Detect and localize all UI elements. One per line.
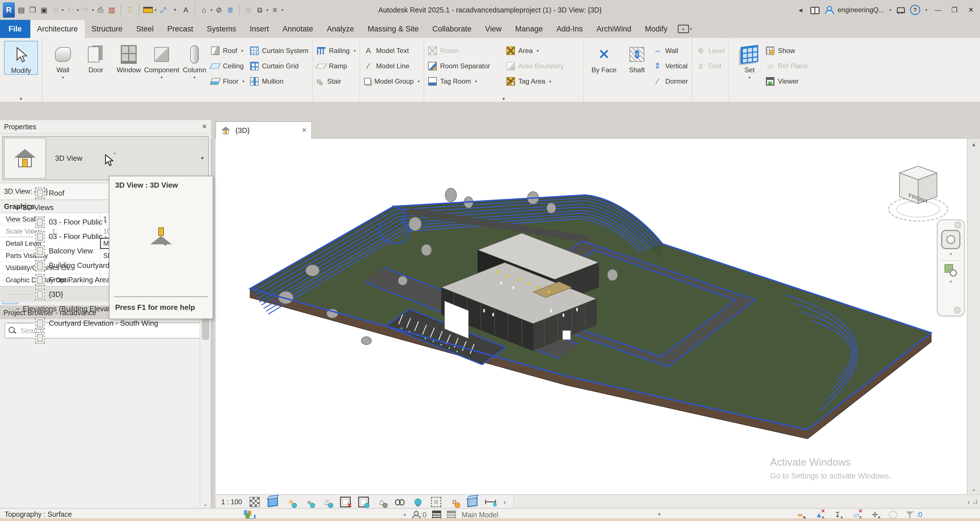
shadows-icon[interactable]: ● [304,497,315,507]
tab-collaborate[interactable]: Collaborate [426,20,478,38]
collapse-icon[interactable]: − [16,204,23,212]
switch-windows-icon[interactable]: ⧉ [255,3,264,17]
rendering-dialog-icon[interactable]: ♨ [322,497,332,507]
back-icon[interactable]: ◂ [796,3,805,17]
tag-area-button[interactable]: Tag Area▾ [506,74,579,89]
model-line-button[interactable]: ∕Model Line [364,59,420,73]
drag-on-selection-toggle[interactable]: ✛↖ [870,510,880,519]
undo-caret-icon[interactable]: ▾ [77,8,79,12]
tab-structure[interactable]: Structure [85,20,130,38]
navbar-collapse-icon[interactable]: − [954,307,961,314]
scroll-right-icon[interactable]: › [967,498,970,507]
dormer-button[interactable]: ∕Dormer [653,74,688,89]
tree-item-partial[interactable] [0,330,200,345]
wheel-caret-icon[interactable]: ▾ [950,251,952,257]
design-options-icon[interactable] [447,510,456,519]
customize-caret-icon[interactable]: ▾ [281,8,283,12]
pin-dimension-icon[interactable]: ⌶ [125,3,135,17]
account-name[interactable]: engineeringQ... [838,6,884,14]
revit-logo[interactable]: R [3,2,15,17]
open-icon[interactable]: ❒ [28,3,37,17]
tab-archiwind[interactable]: ArchiWind [590,20,638,38]
room-area-panel-caret-icon[interactable]: ▾ [503,96,505,102]
floor-button[interactable]: Floor▾ [211,74,245,89]
undo-icon[interactable]: ↶ [65,3,75,17]
filter-icon[interactable] [906,511,914,519]
quick-properties-icon[interactable]: ▤ [16,3,26,17]
minimize-button[interactable]: — [932,6,944,14]
reveal-hidden-elements-icon[interactable] [413,497,423,507]
restore-button[interactable]: ❐ [949,6,960,14]
filter-count[interactable]: :0 [916,511,922,519]
measure-icon[interactable]: ⤢ [158,3,168,17]
shaft-button[interactable]: Shaft [620,41,653,74]
account-caret-icon[interactable]: ▾ [889,8,891,12]
component-button[interactable]: Component ▾ [145,41,178,81]
select-links-toggle[interactable]: ∞↖ [795,510,805,519]
displaced-elements-icon[interactable] [467,497,478,507]
area-button[interactable]: Area▾ [506,44,579,58]
tab-massing-site[interactable]: Massing & Site [361,20,425,38]
home-caret-icon[interactable]: ▾ [210,8,212,12]
account-icon[interactable] [825,6,832,14]
thin-lines-icon[interactable]: ≣ [226,3,235,17]
save-icon[interactable]: ▣ [39,3,49,17]
collapse-icon[interactable]: − [16,305,23,313]
sun-path-icon[interactable]: ☀ [286,497,296,507]
door-button[interactable]: Door [80,41,112,74]
navbar-close-icon[interactable]: × [954,221,962,229]
vertical-opening-button[interactable]: ⇕Vertical [653,59,688,73]
reveal-constraints-icon[interactable] [485,497,496,507]
scroll-up-icon[interactable]: ▴ [967,141,980,148]
redo-icon[interactable]: ↷ [81,3,90,17]
resize-grip[interactable] [973,500,978,504]
sync-caret-icon[interactable]: ▾ [62,8,64,12]
text-icon[interactable]: A [181,3,191,17]
tab-manage[interactable]: Manage [508,20,550,38]
show-analytical-model-icon[interactable]: ⌗ [449,497,460,507]
active-design-option[interactable]: Main Model [461,511,498,519]
show-work-plane-button[interactable]: Show [766,44,808,58]
scale-label[interactable]: 1 : 100 [221,498,242,506]
vcb-collapse-icon[interactable]: ‹ [503,498,506,507]
zoom-tool-icon[interactable] [945,264,957,276]
worksharing-caret-icon[interactable]: ▾ [404,513,406,517]
wall-button[interactable]: Wall ▾ [46,41,80,81]
ref-plane-button[interactable]: ▱Ref Plane [766,59,808,73]
grid-button[interactable]: ♯Grid [697,59,724,73]
scroll-down-icon[interactable]: ⌄ [200,500,211,507]
properties-close-icon[interactable]: ✕ [202,123,207,130]
area-boundary-button[interactable]: Area Boundary [506,59,579,73]
crop-view-icon[interactable]: ✕ [340,497,351,507]
temporary-hide-isolate-icon[interactable] [395,497,405,507]
horizontal-scrollbar[interactable]: › [513,495,980,509]
worksets-icon[interactable] [432,510,441,519]
navigation-bar[interactable]: × ▾ ▾ − [937,219,965,316]
redo-caret-icon[interactable]: ▾ [92,8,94,12]
help-icon[interactable]: ? [910,5,920,15]
scroll-down-icon[interactable]: ⌄ [967,485,980,492]
roof-button[interactable]: Roof▾ [211,44,245,58]
model-text-button[interactable]: AModel Text [364,44,420,58]
column-button[interactable]: Column ▾ [178,41,211,81]
close-inactive-icon[interactable]: ⊠ [243,3,253,17]
customize-icon[interactable]: ≡ [270,3,280,17]
select-by-face-toggle[interactable]: ▱✕↖ [851,510,861,519]
design-option-caret-icon[interactable]: ▾ [658,511,661,518]
view-tab-close-icon[interactable]: ✕ [302,127,307,134]
mullion-button[interactable]: Mullion [250,74,309,89]
window-button[interactable]: Window [112,41,145,74]
zoom-caret-icon[interactable]: ▾ [950,279,952,284]
view-cube[interactable]: FRONT RIGHT [886,162,950,229]
stair-button[interactable]: Stair [317,74,356,89]
select-pinned-toggle[interactable]: ↧↖ [832,510,843,519]
tab-insert[interactable]: Insert [243,20,276,38]
tab-modify[interactable]: Modify [638,20,674,38]
help-caret-icon[interactable]: ▾ [925,8,927,12]
steering-wheel-icon[interactable] [941,230,961,249]
curtain-system-button[interactable]: Curtain System [250,44,309,58]
vertical-scrollbar[interactable]: ▴ ⌄ [967,139,980,494]
temporary-view-properties-icon[interactable] [431,497,442,507]
ceiling-button[interactable]: Ceiling [211,59,245,73]
level-button[interactable]: ⊕Level [697,44,724,58]
